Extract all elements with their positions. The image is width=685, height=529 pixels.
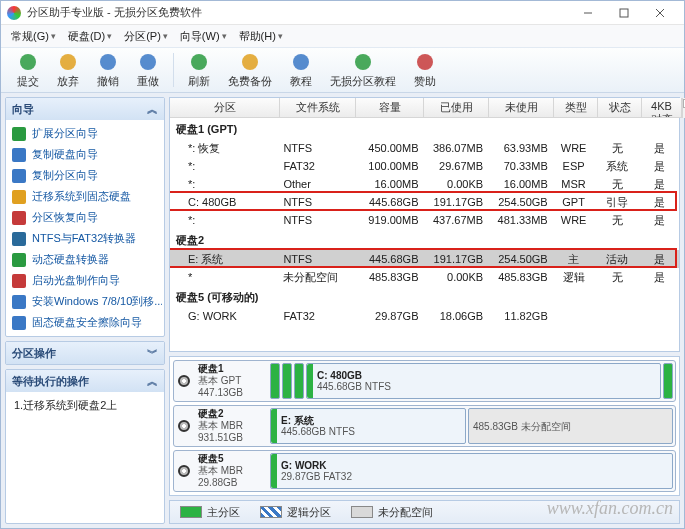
main: 分区文件系统容量已使用未使用类型状态4KB对齐 硬盘1 (GPT)*: 恢复NT… <box>169 97 680 524</box>
svg-rect-0 <box>620 9 628 17</box>
svg-point-7 <box>293 54 309 70</box>
commit-icon <box>18 52 38 72</box>
legend-logical: 逻辑分区 <box>260 505 331 520</box>
wizard-item[interactable]: 复制分区向导 <box>8 165 162 186</box>
column-header[interactable]: 分区 <box>170 98 280 117</box>
wizards-panel-header[interactable]: 向导 ︽ <box>6 98 164 120</box>
undo-icon <box>98 52 118 72</box>
toolbar: 提交放弃撤销重做刷新免费备份教程无损分区教程赞助 <box>1 47 684 93</box>
partition-segment[interactable]: 485.83GB 未分配空间 <box>468 408 673 444</box>
disk-bar[interactable]: 硬盘2基本 MBR931.51GBE: 系统445.68GB NTFS485.8… <box>173 405 676 447</box>
wizard-item[interactable]: 固态硬盘安全擦除向导 <box>8 312 162 333</box>
table-row[interactable]: C: 480GBNTFS445.68GB191.17GB254.50GBGPT引… <box>170 193 679 211</box>
column-header[interactable]: 未使用 <box>489 98 554 117</box>
disk-bar[interactable]: 硬盘1基本 GPT447.13GBC: 480GB445.68GB NTFS <box>173 360 676 402</box>
svg-point-9 <box>417 54 433 70</box>
minimize-button[interactable] <box>570 2 606 24</box>
swatch-primary <box>180 506 202 518</box>
wizard-item[interactable]: 分区恢复向导 <box>8 207 162 228</box>
table-row[interactable]: E: 系统NTFS445.68GB191.17GB254.50GB主活动是 <box>170 250 679 268</box>
svg-point-2 <box>60 54 76 70</box>
table-row[interactable]: *未分配空间485.83GB0.00KB485.83GB逻辑无是 <box>170 268 679 286</box>
menu-item[interactable]: 硬盘(D)▾ <box>62 27 118 46</box>
partition-segment[interactable] <box>294 363 304 399</box>
tool-donate-button[interactable]: 赞助 <box>406 50 444 91</box>
wizard-icon <box>12 232 26 246</box>
wizard-icon <box>12 316 26 330</box>
pending-item[interactable]: 1.迁移系统到硬盘2上 <box>8 395 162 416</box>
close-button[interactable] <box>642 2 678 24</box>
tool-undo-button[interactable]: 撤销 <box>89 50 127 91</box>
table-row[interactable]: G: WORKFAT3229.87GB18.06GB11.82GB <box>170 307 679 325</box>
partition-segment[interactable]: E: 系统445.68GB NTFS <box>270 408 466 444</box>
disk-map: 硬盘1基本 GPT447.13GBC: 480GB445.68GB NTFS硬盘… <box>169 356 680 496</box>
menu-item[interactable]: 分区(P)▾ <box>118 27 174 46</box>
chevron-up-icon: ︽ <box>147 102 158 117</box>
table-row[interactable]: *: 恢复NTFS450.00MB386.07MB63.93MBWRE无是 <box>170 139 679 157</box>
wizard-item[interactable]: 启动光盘制作向导 <box>8 270 162 291</box>
wizard-icon <box>12 295 26 309</box>
table-row[interactable]: *:Other16.00MB0.00KB16.00MBMSR无是 <box>170 175 679 193</box>
column-header[interactable]: 类型 <box>554 98 598 117</box>
tool-tutorial-button[interactable]: 教程 <box>282 50 320 91</box>
wizard-item[interactable]: 安装Windows 7/8/10到移... <box>8 291 162 312</box>
column-header[interactable]: 已使用 <box>424 98 489 117</box>
menu-item[interactable]: 向导(W)▾ <box>174 27 233 46</box>
disk-group-header: 硬盘5 (可移动的) <box>170 286 679 307</box>
wizards-panel: 向导 ︽ 扩展分区向导复制硬盘向导复制分区向导迁移系统到固态硬盘分区恢复向导NT… <box>5 97 165 337</box>
app-icon <box>7 6 21 20</box>
menubar: 常规(G)▾硬盘(D)▾分区(P)▾向导(W)▾帮助(H)▾ <box>1 25 684 47</box>
partition-segment[interactable]: G: WORK29.87GB FAT32 <box>270 453 673 489</box>
partition-segment[interactable] <box>663 363 673 399</box>
partition-segment[interactable] <box>270 363 280 399</box>
tool-backup-button[interactable]: 免费备份 <box>220 50 280 91</box>
refresh-icon <box>189 52 209 72</box>
column-header[interactable]: 文件系统 <box>280 98 356 117</box>
disk-bar[interactable]: 硬盘5基本 MBR29.88GBG: WORK29.87GB FAT32 <box>173 450 676 492</box>
svg-point-3 <box>100 54 116 70</box>
menu-item[interactable]: 帮助(H)▾ <box>233 27 289 46</box>
tool-commit-button[interactable]: 提交 <box>9 50 47 91</box>
legend-primary: 主分区 <box>180 505 240 520</box>
titlebar: 分区助手专业版 - 无损分区免费软件 <box>1 1 684 25</box>
column-header[interactable]: 状态 <box>598 98 642 117</box>
disk-icon <box>176 453 192 489</box>
swatch-logical <box>260 506 282 518</box>
svg-point-1 <box>20 54 36 70</box>
wizard-item[interactable]: 扩展分区向导 <box>8 123 162 144</box>
wizard-item[interactable]: NTFS与FAT32转换器 <box>8 228 162 249</box>
window-controls <box>570 2 678 24</box>
wizard-icon <box>12 211 26 225</box>
pending-panel-header[interactable]: 等待执行的操作 ︽ <box>6 370 164 392</box>
table-row[interactable]: *:NTFS919.00MB437.67MB481.33MBWRE无是 <box>170 211 679 229</box>
tool-refresh-button[interactable]: 刷新 <box>180 50 218 91</box>
maximize-button[interactable] <box>606 2 642 24</box>
menu-item[interactable]: 常规(G)▾ <box>5 27 62 46</box>
table-row[interactable]: *:FAT32100.00MB29.67MB70.33MBESP系统是 <box>170 157 679 175</box>
tool-redo-button[interactable]: 重做 <box>129 50 167 91</box>
chevron-up-icon: ︽ <box>147 374 158 389</box>
wizards-title: 向导 <box>12 102 34 117</box>
ops-panel-header[interactable]: 分区操作 ︾ <box>6 342 164 364</box>
tool-lossless-button[interactable]: 无损分区教程 <box>322 50 404 91</box>
wizard-item[interactable]: 动态硬盘转换器 <box>8 249 162 270</box>
watermark: www.xfan.com.cn <box>547 498 673 519</box>
partition-grid: 分区文件系统容量已使用未使用类型状态4KB对齐 硬盘1 (GPT)*: 恢复NT… <box>169 97 680 352</box>
partition-segment[interactable]: C: 480GB445.68GB NTFS <box>306 363 661 399</box>
column-header[interactable]: 容量 <box>356 98 424 117</box>
grid-body[interactable]: 硬盘1 (GPT)*: 恢复NTFS450.00MB386.07MB63.93M… <box>170 118 679 325</box>
wizard-icon <box>12 127 26 141</box>
svg-point-8 <box>355 54 371 70</box>
tool-discard-button[interactable]: 放弃 <box>49 50 87 91</box>
donate-icon <box>415 52 435 72</box>
wizard-icon <box>12 253 26 267</box>
pending-title: 等待执行的操作 <box>12 374 89 389</box>
column-header[interactable]: 4KB对齐 <box>642 98 682 117</box>
disk-info: 硬盘5基本 MBR29.88GB <box>194 453 268 489</box>
lossless-icon <box>353 52 373 72</box>
wizard-item[interactable]: 复制硬盘向导 <box>8 144 162 165</box>
wizard-item[interactable]: 迁移系统到固态硬盘 <box>8 186 162 207</box>
disk-info: 硬盘1基本 GPT447.13GB <box>194 363 268 399</box>
partition-segment[interactable] <box>282 363 292 399</box>
wizard-icon <box>12 148 26 162</box>
